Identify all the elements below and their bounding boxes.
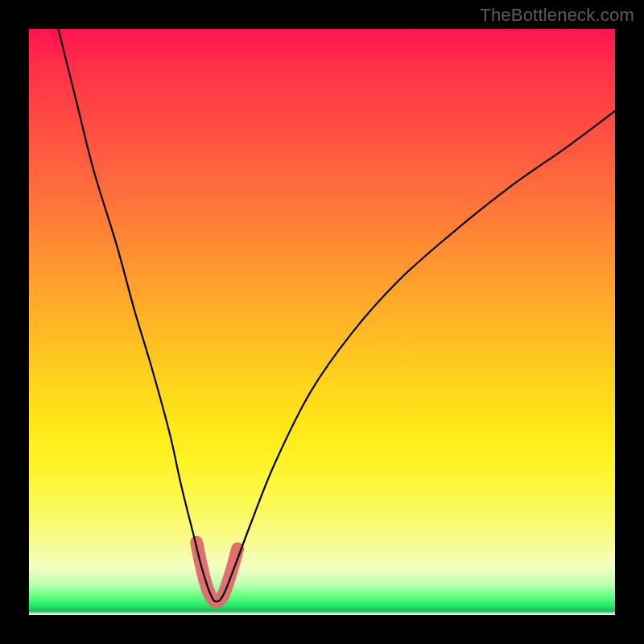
watermark-label: TheBottleneck.com xyxy=(480,5,634,26)
chart-frame: TheBottleneck.com xyxy=(0,0,644,644)
plot-area xyxy=(29,29,615,615)
